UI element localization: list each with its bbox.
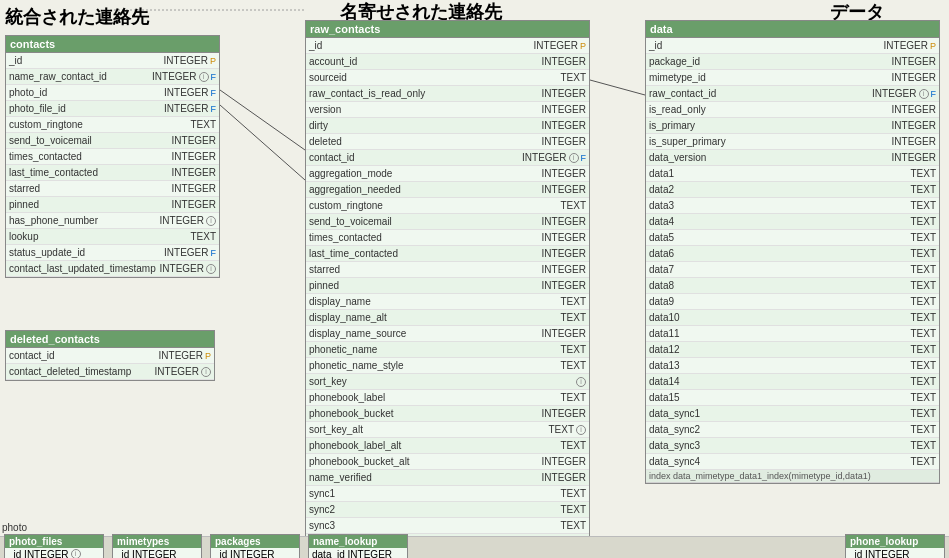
photo-files-header: photo_files [5, 535, 103, 548]
table-row: version INTEGER [306, 102, 589, 118]
name-lookup-header: name_lookup [309, 535, 407, 548]
table-row: sync1 TEXT [306, 486, 589, 502]
table-row: data8 TEXT [646, 278, 939, 294]
raw-contacts-table: raw_contacts _id INTEGER P account_id IN… [305, 20, 590, 558]
table-row: times_contacted INTEGER [6, 149, 219, 165]
table-row: last_time_contacted INTEGER [6, 165, 219, 181]
table-row: data9 TEXT [646, 294, 939, 310]
table-index: index data_mimetype_data1_index(mimetype… [646, 470, 939, 483]
table-row: data12 TEXT [646, 342, 939, 358]
pk-icon: P [205, 351, 211, 361]
data-table: data _id INTEGER P package_id INTEGER mi… [645, 20, 940, 484]
table-row: has_phone_number INTEGER i [6, 213, 219, 229]
pk-icon: P [580, 41, 586, 51]
deleted-contacts-table: deleted_contacts contact_id INTEGER P co… [5, 330, 215, 381]
table-row: _id INTEGER P [646, 38, 939, 54]
raw-contacts-header: raw_contacts [306, 21, 589, 38]
table-row: phonebook_bucket INTEGER [306, 406, 589, 422]
pk-icon: P [930, 41, 936, 51]
table-row: data10 TEXT [646, 310, 939, 326]
fk-icon: F [931, 89, 937, 99]
contacts-table-header: contacts [6, 36, 219, 53]
table-row: is_super_primary INTEGER [646, 134, 939, 150]
table-row: send_to_voicemail INTEGER [6, 133, 219, 149]
packages-header: packages [211, 535, 299, 548]
table-row: sort_key i [306, 374, 589, 390]
packages-table-partial: packages _id INTEGER [210, 534, 300, 559]
table-row: starred INTEGER [306, 262, 589, 278]
table-row: _id INTEGER [211, 548, 299, 559]
table-row: raw_contact_is_read_only INTEGER [306, 86, 589, 102]
table-row: _id INTEGER P [306, 38, 589, 54]
table-row: sort_key_alt TEXT i [306, 422, 589, 438]
table-row: mimetype_id INTEGER [646, 70, 939, 86]
table-row: _id INTEGER i [5, 548, 103, 559]
table-row: data7 TEXT [646, 262, 939, 278]
info-icon: i [569, 153, 579, 163]
table-row: sourceid TEXT [306, 70, 589, 86]
diagram-canvas: 統合された連絡先 名寄せされた連絡先 データ contacts _id INTE… [0, 0, 949, 558]
table-row: aggregation_mode INTEGER [306, 166, 589, 182]
phone-lookup-header: phone_lookup [846, 535, 944, 548]
svg-line-1 [220, 90, 305, 150]
table-row: raw_contact_id INTEGER i F [646, 86, 939, 102]
table-row: contact_last_updated_timestamp INTEGER i [6, 261, 219, 277]
table-row: package_id INTEGER [646, 54, 939, 70]
table-row: data14 TEXT [646, 374, 939, 390]
bottom-bar: photo_files _id INTEGER i mimetypes _id … [0, 536, 949, 558]
table-row: custom_ringtone TEXT [6, 117, 219, 133]
table-row: sync2 TEXT [306, 502, 589, 518]
table-row: data_id INTEGER [309, 548, 407, 559]
table-row: last_time_contacted INTEGER [306, 246, 589, 262]
info-icon: i [201, 367, 211, 377]
info-icon: i [71, 549, 81, 559]
table-row: phonebook_label TEXT [306, 390, 589, 406]
table-row: custom_ringtone TEXT [306, 198, 589, 214]
fk-icon: F [211, 72, 217, 82]
table-row: send_to_voicemail INTEGER [306, 214, 589, 230]
table-row: data2 TEXT [646, 182, 939, 198]
table-row: photo_id INTEGER F [6, 85, 219, 101]
contacts-title: 統合された連絡先 [5, 5, 149, 29]
deleted-contacts-header: deleted_contacts [6, 331, 214, 348]
table-row: photo_file_id INTEGER F [6, 101, 219, 117]
table-row: data13 TEXT [646, 358, 939, 374]
table-row: lookup TEXT [6, 229, 219, 245]
table-row: contact_deleted_timestamp INTEGER i [6, 364, 214, 380]
table-row: deleted INTEGER [306, 134, 589, 150]
contacts-table: contacts _id INTEGER P name_raw_contact_… [5, 35, 220, 278]
table-row: data_version INTEGER [646, 150, 939, 166]
table-row: account_id INTEGER [306, 54, 589, 70]
info-icon: i [206, 264, 216, 274]
table-row: sync3 TEXT [306, 518, 589, 534]
table-row: data_sync1 TEXT [646, 406, 939, 422]
table-row: data4 TEXT [646, 214, 939, 230]
table-row: is_primary INTEGER [646, 118, 939, 134]
pk-icon: P [210, 56, 216, 66]
table-row: status_update_id INTEGER F [6, 245, 219, 261]
table-row: dirty INTEGER [306, 118, 589, 134]
table-row: times_contacted INTEGER [306, 230, 589, 246]
svg-line-0 [220, 105, 305, 180]
table-row: pinned INTEGER [6, 197, 219, 213]
table-row: _id INTEGER [846, 548, 944, 559]
table-row: contact_id INTEGER P [6, 348, 214, 364]
table-row: display_name_source INTEGER [306, 326, 589, 342]
table-row: pinned INTEGER [306, 278, 589, 294]
table-row: data15 TEXT [646, 390, 939, 406]
table-row: data_sync4 TEXT [646, 454, 939, 470]
table-row: data11 TEXT [646, 326, 939, 342]
fk-icon: F [211, 88, 217, 98]
table-row: name_raw_contact_id INTEGER i F [6, 69, 219, 85]
table-row: phonetic_name TEXT [306, 342, 589, 358]
table-row: is_read_only INTEGER [646, 102, 939, 118]
name-lookup-table-partial: name_lookup data_id INTEGER [308, 534, 408, 559]
data-table-header: data [646, 21, 939, 38]
table-row: name_verified INTEGER [306, 470, 589, 486]
table-row: _id INTEGER P [6, 53, 219, 69]
table-row: display_name TEXT [306, 294, 589, 310]
table-row: phonebook_label_alt TEXT [306, 438, 589, 454]
table-row: starred INTEGER [6, 181, 219, 197]
table-row: _id INTEGER [113, 548, 201, 559]
table-row: data1 TEXT [646, 166, 939, 182]
